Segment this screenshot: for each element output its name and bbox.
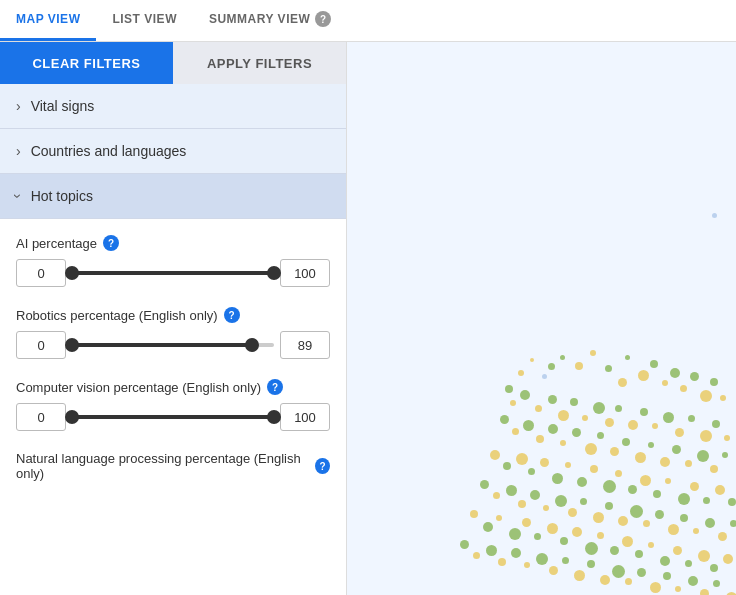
countries-languages-chevron: › <box>16 143 21 159</box>
tab-map-view[interactable]: MAP VIEW <box>0 0 96 41</box>
tab-summary-view[interactable]: SUMMARY VIEW ? <box>193 0 347 41</box>
robotics-percentage-thumb-left[interactable] <box>65 338 79 352</box>
map-dot <box>505 385 513 393</box>
apply-filters-button[interactable]: APPLY FILTERS <box>173 42 346 84</box>
summary-view-help-icon[interactable]: ? <box>315 11 331 27</box>
map-dot <box>703 497 710 504</box>
map-area[interactable] <box>347 42 736 595</box>
hot-topics-section-header[interactable]: › Hot topics <box>0 174 346 219</box>
clear-filters-button[interactable]: CLEAR FILTERS <box>0 42 173 84</box>
map-dot <box>543 505 549 511</box>
map-dot <box>560 537 568 545</box>
map-dot <box>710 564 718 572</box>
map-dot <box>542 374 547 379</box>
map-dot <box>618 378 627 387</box>
map-dot <box>516 453 528 465</box>
map-dot <box>678 493 690 505</box>
computer-vision-label: Computer vision percentage (English only… <box>16 379 330 395</box>
map-dot <box>680 514 688 522</box>
ai-percentage-help-icon[interactable]: ? <box>103 235 119 251</box>
map-dot <box>512 428 519 435</box>
map-dot <box>625 578 632 585</box>
ai-percentage-slider[interactable] <box>72 259 274 287</box>
map-dot <box>486 545 497 556</box>
map-dot <box>672 445 681 454</box>
map-dot <box>548 424 558 434</box>
map-dot <box>700 430 712 442</box>
nlp-filter: Natural language processing percentage (… <box>16 451 330 481</box>
map-dot <box>628 420 638 430</box>
robotics-percentage-range-row <box>16 331 330 359</box>
map-dot <box>625 355 630 360</box>
map-dot <box>712 213 717 218</box>
computer-vision-thumb-left[interactable] <box>65 410 79 424</box>
map-dot <box>593 512 604 523</box>
map-dot <box>618 516 628 526</box>
map-dot <box>549 566 558 575</box>
map-dot <box>520 390 530 400</box>
map-dot <box>653 490 661 498</box>
map-dot <box>730 520 736 527</box>
map-dot <box>597 432 604 439</box>
computer-vision-help-icon[interactable]: ? <box>267 379 283 395</box>
map-dot <box>628 485 637 494</box>
map-dot <box>722 452 728 458</box>
map-dot <box>690 482 699 491</box>
map-dot <box>570 398 578 406</box>
map-dot <box>490 450 500 460</box>
ai-percentage-min-input[interactable] <box>16 259 66 287</box>
ai-percentage-thumb-right[interactable] <box>267 266 281 280</box>
map-dot <box>690 372 699 381</box>
map-dot <box>590 465 598 473</box>
countries-languages-section-header[interactable]: › Countries and languages <box>0 129 346 174</box>
map-dot <box>660 457 670 467</box>
map-dot <box>562 557 569 564</box>
computer-vision-max-input[interactable] <box>280 403 330 431</box>
map-dot <box>473 552 480 559</box>
map-dot <box>574 570 585 581</box>
map-dot <box>640 408 648 416</box>
map-dot <box>522 518 531 527</box>
computer-vision-slider[interactable] <box>72 403 274 431</box>
map-dot <box>530 490 540 500</box>
robotics-percentage-min-input[interactable] <box>16 331 66 359</box>
robotics-percentage-filter: Robotics percentage (English only) ? <box>16 307 330 359</box>
computer-vision-thumb-right[interactable] <box>267 410 281 424</box>
map-dot <box>572 527 582 537</box>
map-dot <box>663 572 671 580</box>
map-dot <box>630 505 643 518</box>
ai-percentage-thumb-left[interactable] <box>65 266 79 280</box>
robotics-percentage-thumb-right[interactable] <box>245 338 259 352</box>
map-dot <box>698 550 710 562</box>
robotics-percentage-max-input[interactable] <box>280 331 330 359</box>
map-dot <box>635 452 646 463</box>
robotics-percentage-track <box>72 343 274 347</box>
nlp-help-icon[interactable]: ? <box>315 458 330 474</box>
tab-list-view[interactable]: LIST VIEW <box>96 0 193 41</box>
map-dot <box>622 438 630 446</box>
map-dot <box>675 586 681 592</box>
map-dot <box>723 554 733 564</box>
map-dot <box>660 556 670 566</box>
map-dot <box>577 477 587 487</box>
ai-percentage-range-row <box>16 259 330 287</box>
computer-vision-min-input[interactable] <box>16 403 66 431</box>
ai-percentage-max-input[interactable] <box>280 259 330 287</box>
nlp-label: Natural language processing percentage (… <box>16 451 330 481</box>
map-dot <box>597 532 604 539</box>
map-dot <box>530 358 534 362</box>
robotics-percentage-slider[interactable] <box>72 331 274 359</box>
map-dot <box>509 528 521 540</box>
map-dot <box>523 420 534 431</box>
map-dot <box>622 536 633 547</box>
robotics-percentage-help-icon[interactable]: ? <box>224 307 240 323</box>
main-content: CLEAR FILTERS APPLY FILTERS › Vital sign… <box>0 42 736 595</box>
map-dot <box>510 400 516 406</box>
map-dot <box>640 475 651 486</box>
map-dot <box>724 435 730 441</box>
map-dot <box>483 522 493 532</box>
map-dot <box>650 360 658 368</box>
map-dot <box>518 370 524 376</box>
vital-signs-section-header[interactable]: › Vital signs <box>0 84 346 129</box>
map-dot <box>718 532 727 541</box>
